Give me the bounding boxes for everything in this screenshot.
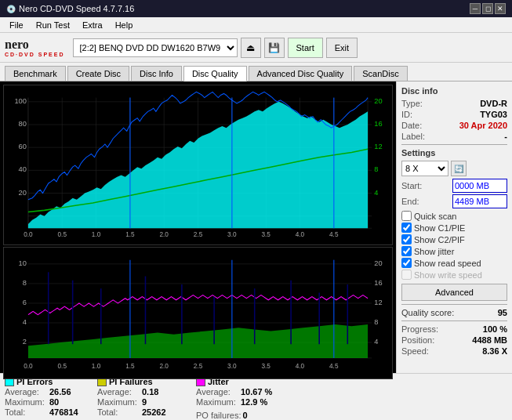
disc-type-label: Type:: [401, 99, 423, 108]
position-value: 4488 MB: [472, 335, 507, 345]
jitter-max-label: Maximum:: [196, 397, 239, 407]
svg-text:2.0: 2.0: [159, 363, 169, 371]
show-c1-checkbox[interactable]: [401, 223, 412, 233]
jitter-legend: Jitter Average: 10.67 % Maximum: 12.9 % …: [196, 377, 274, 420]
drive-selector[interactable]: [2:2] BENQ DVD DD DW1620 B7W9: [73, 38, 238, 57]
svg-text:1.5: 1.5: [125, 230, 135, 238]
pi-errors-total-label: Total:: [5, 407, 48, 417]
svg-text:1.0: 1.0: [92, 363, 101, 371]
main-content: 100 80 60 40 20 20 16 12 8 4 0.0 0.5: [0, 81, 512, 373]
menu-help[interactable]: Help: [109, 19, 140, 31]
chart-area: 100 80 60 40 20 20 16 12 8 4 0.0 0.5: [0, 81, 396, 373]
jitter-avg: Average: 10.67 %: [196, 387, 274, 396]
tab-create-disc[interactable]: Create Disc: [67, 66, 129, 81]
svg-text:2.0: 2.0: [159, 230, 169, 238]
disc-label-row: Label: -: [401, 132, 507, 141]
pi-errors-max-label: Maximum:: [5, 397, 48, 407]
start-button[interactable]: Start: [288, 38, 323, 58]
show-read-speed-label: Show read speed: [414, 259, 481, 268]
svg-text:20: 20: [374, 259, 382, 267]
svg-text:2.5: 2.5: [194, 363, 203, 371]
pi-errors-legend: PI Errors Average: 26.56 Maximum: 80 Tot…: [5, 377, 91, 420]
quick-scan-checkbox[interactable]: [401, 211, 412, 221]
tab-benchmark[interactable]: Benchmark: [5, 66, 66, 81]
save-button[interactable]: 💾: [264, 38, 285, 58]
svg-text:4.5: 4.5: [329, 230, 339, 238]
svg-text:100: 100: [14, 97, 26, 105]
tab-disc-quality[interactable]: Disc Quality: [183, 66, 247, 81]
eject-button[interactable]: ⏏: [241, 38, 261, 58]
upper-chart: 100 80 60 40 20 20 16 12 8 4 0.0 0.5: [3, 85, 393, 245]
svg-text:0.0: 0.0: [24, 230, 33, 238]
svg-text:60: 60: [19, 143, 27, 150]
pi-errors-total: Total: 476814: [5, 407, 91, 417]
logo-sub: CD·DVD SPEED: [5, 52, 65, 57]
menu-extra[interactable]: Extra: [76, 19, 109, 31]
menu-bar: File Run Test Extra Help: [0, 17, 512, 33]
progress-label: Progress:: [401, 324, 438, 334]
tab-disc-info[interactable]: Disc Info: [131, 66, 182, 81]
svg-text:20: 20: [19, 189, 27, 197]
speed-selector[interactable]: 8 X: [401, 161, 448, 176]
tab-scandisc[interactable]: ScanDisc: [354, 66, 407, 81]
po-failures-label: PO failures:: [196, 411, 241, 420]
progress-row: Progress: 100 %: [401, 324, 507, 334]
minimize-button[interactable]: ─: [470, 3, 481, 14]
svg-text:16: 16: [374, 279, 382, 287]
tab-advanced-disc-quality[interactable]: Advanced Disc Quality: [249, 66, 353, 81]
svg-text:12: 12: [374, 143, 382, 150]
start-mb-label: Start:: [401, 181, 422, 190]
svg-text:20: 20: [374, 97, 382, 105]
upper-chart-svg: 100 80 60 40 20 20 16 12 8 4 0.0 0.5: [4, 85, 392, 244]
show-write-speed-checkbox[interactable]: [401, 270, 412, 280]
app-title: Nero CD-DVD Speed 4.7.7.16: [19, 4, 134, 13]
exit-button[interactable]: Exit: [326, 38, 358, 58]
logo-text: nero: [5, 38, 65, 52]
menu-runtest[interactable]: Run Test: [30, 19, 76, 31]
pi-failures-legend: PI Failures Average: 0.18 Maximum: 9 Tot…: [97, 377, 183, 420]
settings-icon-button[interactable]: 🔄: [451, 161, 467, 176]
svg-text:4.0: 4.0: [296, 363, 305, 371]
quick-scan-label: Quick scan: [414, 212, 456, 221]
show-read-speed-checkbox[interactable]: [401, 258, 412, 268]
pi-failures-total-label: Total:: [97, 407, 140, 417]
svg-text:12: 12: [374, 299, 382, 306]
pi-failures-avg-value: 0.18: [142, 387, 158, 396]
show-c1-row: Show C1/PIE: [401, 223, 507, 233]
charts-container: 100 80 60 40 20 20 16 12 8 4 0.0 0.5: [3, 85, 393, 370]
show-jitter-label: Show jitter: [414, 247, 454, 256]
disc-label-label: Label:: [401, 132, 425, 141]
pi-failures-max-label: Maximum:: [97, 397, 140, 407]
pi-errors-max: Maximum: 80: [5, 397, 91, 407]
toolbar: nero CD·DVD SPEED [2:2] BENQ DVD DD DW16…: [0, 33, 512, 63]
close-button[interactable]: ✕: [495, 3, 506, 14]
end-mb-input[interactable]: 4489 MB: [452, 194, 507, 208]
logo: nero CD·DVD SPEED: [5, 38, 65, 57]
disc-date-value: 30 Apr 2020: [459, 121, 507, 130]
pi-failures-max-value: 9: [142, 397, 147, 407]
show-jitter-checkbox[interactable]: [401, 246, 412, 256]
show-c2-checkbox[interactable]: [401, 234, 412, 244]
svg-text:3.5: 3.5: [261, 230, 271, 238]
show-jitter-row: Show jitter: [401, 246, 507, 256]
show-write-speed-row: Show write speed: [401, 270, 507, 280]
disc-date-label: Date:: [401, 121, 422, 130]
start-mb-input[interactable]: 0000 MB: [452, 179, 507, 193]
svg-text:4: 4: [374, 189, 378, 197]
lower-chart: 10 8 6 4 2 20 16 12 8 4 0.0 0.5 1.0: [3, 247, 393, 379]
svg-text:16: 16: [374, 120, 382, 128]
svg-text:4.0: 4.0: [296, 230, 305, 238]
disc-info-title: Disc info: [401, 86, 507, 96]
svg-text:2: 2: [23, 338, 27, 346]
pi-failures-total: Total: 25262: [97, 407, 183, 417]
advanced-button[interactable]: Advanced: [401, 284, 507, 301]
svg-text:2.5: 2.5: [194, 230, 203, 238]
position-label: Position:: [401, 335, 434, 345]
start-mb-row: Start: 0000 MB: [401, 179, 507, 193]
title-bar-controls: ─ ◻ ✕: [470, 3, 506, 14]
menu-file[interactable]: File: [3, 19, 30, 31]
quality-score-row: Quality score: 95: [401, 308, 507, 317]
disc-label-value: -: [504, 132, 507, 141]
position-row: Position: 4488 MB: [401, 335, 507, 345]
restore-button[interactable]: ◻: [482, 3, 493, 14]
